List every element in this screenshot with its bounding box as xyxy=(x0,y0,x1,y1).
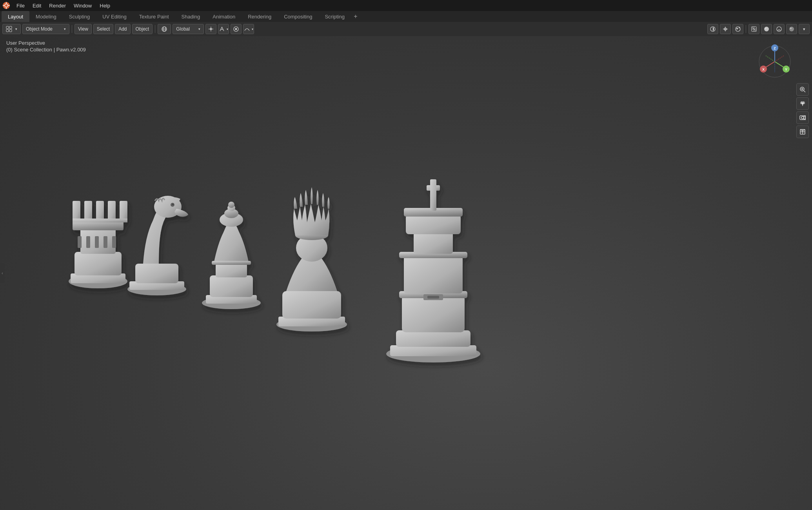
svg-text:X: X xyxy=(762,67,765,71)
svg-rect-48 xyxy=(78,236,82,248)
svg-rect-70 xyxy=(282,291,341,319)
svg-point-36 xyxy=(790,28,792,29)
svg-rect-49 xyxy=(86,236,90,248)
right-tools-panel xyxy=(796,83,809,138)
editor-type-selector[interactable]: ▾ xyxy=(2,24,21,34)
tab-animation[interactable]: Animation xyxy=(206,11,242,22)
svg-point-35 xyxy=(789,27,794,31)
workspace-tabs: Layout Modeling Sculpting UV Editing Tex… xyxy=(0,11,812,22)
menu-render[interactable]: Render xyxy=(45,0,70,11)
svg-rect-6 xyxy=(6,26,9,29)
svg-point-66 xyxy=(228,202,234,208)
tab-shading[interactable]: Shading xyxy=(175,11,207,22)
svg-point-106 xyxy=(801,117,804,119)
svg-text:Z: Z xyxy=(774,46,776,50)
separator-1 xyxy=(72,25,72,33)
transform-space-dropdown[interactable]: Global ▾ xyxy=(173,24,204,34)
svg-rect-61 xyxy=(210,275,253,297)
menu-help[interactable]: Help xyxy=(96,0,114,11)
svg-line-27 xyxy=(739,27,740,28)
navigation-gizmo[interactable]: Z Y X xyxy=(757,44,792,79)
sidebar-toggle[interactable]: ‹ xyxy=(0,263,5,283)
toolbar-right-section: ▾ xyxy=(707,24,810,34)
svg-rect-9 xyxy=(9,29,12,32)
svg-rect-51 xyxy=(104,236,107,248)
shading-render-btn[interactable] xyxy=(786,24,797,34)
svg-rect-52 xyxy=(112,236,116,248)
top-menu-bar: File Edit Render Window Help xyxy=(0,0,812,11)
svg-rect-50 xyxy=(95,236,99,248)
viewport-collection-label: (0) Scene Collection | Pawn.v2.009 xyxy=(6,47,86,53)
tab-uv-editing[interactable]: UV Editing xyxy=(96,11,133,22)
svg-rect-47 xyxy=(73,219,127,222)
svg-rect-86 xyxy=(427,296,439,299)
snap-btn[interactable]: ▾ xyxy=(218,24,229,34)
gizmo-toggle-btn[interactable] xyxy=(720,24,731,34)
svg-line-101 xyxy=(804,91,805,92)
blender-logo[interactable] xyxy=(0,0,13,11)
viewport[interactable]: ‹ User Perspective (0) Scene Collection … xyxy=(0,36,812,510)
svg-rect-78 xyxy=(404,256,463,293)
proportional-edit-btn[interactable] xyxy=(231,24,242,34)
svg-rect-62 xyxy=(216,264,247,277)
svg-rect-80 xyxy=(414,232,453,254)
shading-wireframe-btn[interactable] xyxy=(748,24,759,34)
svg-text:Y: Y xyxy=(785,67,787,71)
menu-file[interactable]: File xyxy=(13,0,29,11)
shading-options-btn[interactable]: ▾ xyxy=(799,24,810,34)
svg-rect-7 xyxy=(9,26,12,29)
svg-point-13 xyxy=(210,28,212,30)
tab-modeling[interactable]: Modeling xyxy=(29,11,63,22)
svg-rect-8 xyxy=(6,29,9,32)
menu-window[interactable]: Window xyxy=(70,0,96,11)
separator-2 xyxy=(155,25,155,33)
tab-rendering[interactable]: Rendering xyxy=(242,11,278,22)
viewport-overlay-btn2[interactable] xyxy=(732,24,743,34)
object-mode-dropdown[interactable]: Object Mode ▾ xyxy=(22,24,69,34)
orthographic-view-btn[interactable] xyxy=(796,126,809,138)
svg-rect-76 xyxy=(402,295,465,332)
object-menu[interactable]: Object xyxy=(132,24,153,34)
svg-rect-84 xyxy=(430,179,436,211)
add-workspace-button[interactable]: + xyxy=(351,12,360,21)
transform-icon[interactable] xyxy=(158,24,171,34)
svg-rect-75 xyxy=(396,330,470,347)
viewport-overlay-btn[interactable] xyxy=(707,24,718,34)
view-menu[interactable]: View xyxy=(74,24,92,34)
pivot-point-btn[interactable] xyxy=(205,24,216,34)
add-menu[interactable]: Add xyxy=(115,24,130,34)
tab-compositing[interactable]: Compositing xyxy=(278,11,318,22)
svg-rect-39 xyxy=(74,252,122,275)
svg-rect-74 xyxy=(390,345,476,356)
shading-solid-btn[interactable] xyxy=(761,24,772,34)
svg-rect-81 xyxy=(406,215,461,234)
svg-point-32 xyxy=(764,27,769,31)
viewport-perspective-label: User Perspective xyxy=(6,40,86,46)
svg-point-58 xyxy=(172,204,174,205)
zoom-tool-btn[interactable] xyxy=(796,83,809,96)
header-toolbar: ▾ Object Mode ▾ View Select Add Object G… xyxy=(0,22,812,36)
svg-rect-67 xyxy=(212,261,251,265)
camera-view-btn[interactable] xyxy=(796,111,809,124)
tab-sculpting[interactable]: Sculpting xyxy=(63,11,96,22)
svg-point-26 xyxy=(736,28,738,29)
pan-tool-btn[interactable] xyxy=(796,97,809,110)
chess-scene-svg xyxy=(0,36,812,510)
shading-material-btn[interactable] xyxy=(774,24,785,34)
select-menu[interactable]: Select xyxy=(93,24,113,34)
tab-scripting[interactable]: Scripting xyxy=(318,11,351,22)
tab-texture-paint[interactable]: Texture Paint xyxy=(133,11,175,22)
proportional-type-btn[interactable]: ▾ xyxy=(243,24,254,34)
svg-point-20 xyxy=(235,28,237,30)
svg-rect-55 xyxy=(135,264,178,283)
separator-3 xyxy=(746,25,746,33)
svg-point-104 xyxy=(802,103,803,104)
viewport-info: User Perspective (0) Scene Collection | … xyxy=(6,40,86,53)
tab-layout[interactable]: Layout xyxy=(2,11,29,22)
menu-edit[interactable]: Edit xyxy=(29,0,45,11)
